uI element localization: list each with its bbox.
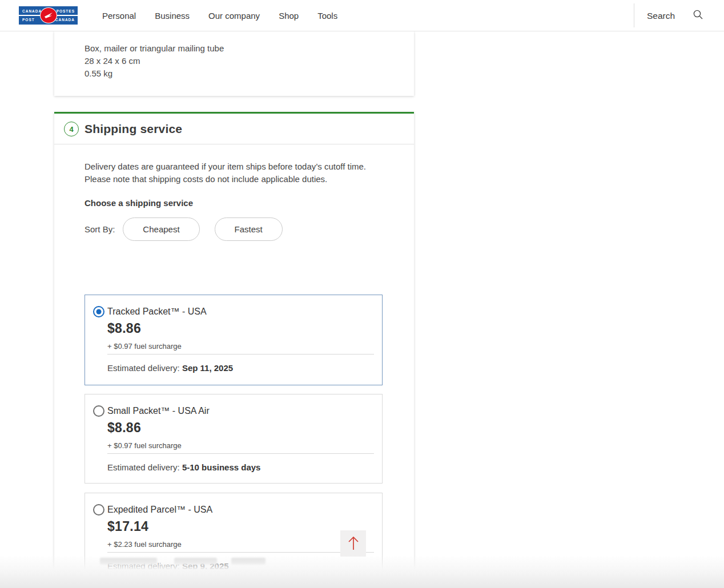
faded-element <box>231 558 266 565</box>
option-fuel-surcharge: + $0.97 fuel surcharge <box>107 342 182 351</box>
shipping-option-tracked-packet-usa[interactable]: Tracked Packet™ - USA $8.86 + $0.97 fuel… <box>85 295 383 385</box>
faded-element <box>100 558 157 565</box>
delivery-value: Sep 11, 2025 <box>182 363 233 373</box>
nav-item-our-company[interactable]: Our company <box>208 11 260 21</box>
sort-by-row: Sort By: Cheapest Fastest <box>85 218 297 241</box>
logo-text: CANADA <box>22 9 42 13</box>
sort-by-label: Sort By: <box>85 224 115 234</box>
primary-nav: Personal Business Our company Shop Tools <box>102 0 337 31</box>
logo-text: POST <box>22 18 35 22</box>
option-estimated-delivery: Estimated delivery: Sep 11, 2025 <box>107 363 233 373</box>
option-name: Expedited Parcel™ - USA <box>107 505 212 515</box>
option-price: $8.86 <box>107 321 141 336</box>
option-divider <box>107 354 374 355</box>
package-summary-card: Box, mailer or triangular mailing tube 2… <box>54 31 414 96</box>
option-price: $8.86 <box>107 420 141 436</box>
section-title: Shipping service <box>85 114 182 144</box>
option-price: $17.14 <box>107 519 148 534</box>
faded-element <box>174 558 217 565</box>
top-nav-bar: CANADA POST POSTES CANADA Personal Busin… <box>0 0 724 31</box>
radio-small-packet-usa-air[interactable] <box>93 405 104 417</box>
nav-item-personal[interactable]: Personal <box>102 11 136 21</box>
nav-item-tools[interactable]: Tools <box>317 11 337 21</box>
package-dimensions: 28 x 24 x 6 cm <box>85 55 224 67</box>
shipping-section-header: 4 Shipping service <box>54 114 414 144</box>
page: CANADA POST POSTES CANADA Personal Busin… <box>0 0 724 588</box>
nav-item-business[interactable]: Business <box>155 11 190 21</box>
option-fuel-surcharge: + $2.23 fuel surcharge <box>107 540 182 549</box>
radio-tracked-packet-usa[interactable] <box>93 306 104 317</box>
sort-cheapest-button[interactable]: Cheapest <box>123 218 199 241</box>
shipping-option-expedited-parcel-usa[interactable]: Expedited Parcel™ - USA $17.14 + $2.23 f… <box>85 493 383 588</box>
package-type: Box, mailer or triangular mailing tube <box>85 42 224 55</box>
logo-text: CANADA <box>55 18 75 22</box>
package-summary-lines: Box, mailer or triangular mailing tube 2… <box>85 42 224 80</box>
package-weight: 0.55 kg <box>85 67 224 80</box>
shipping-service-section: 4 Shipping service Delivery dates are gu… <box>54 112 414 586</box>
option-estimated-delivery: Estimated delivery: 5-10 business days <box>107 462 260 472</box>
sort-fastest-button[interactable]: Fastest <box>215 218 283 241</box>
canada-post-wing-icon <box>40 7 57 23</box>
radio-expedited-parcel-usa[interactable] <box>93 504 104 515</box>
shipping-description: Delivery dates are guaranteed if your it… <box>85 160 388 185</box>
option-divider <box>107 453 374 454</box>
delivery-label: Estimated delivery: <box>107 363 180 373</box>
option-name: Small Packet™ - USA Air <box>107 406 210 416</box>
back-to-top-button[interactable] <box>340 530 366 557</box>
step-number-badge: 4 <box>64 122 79 136</box>
delivery-label: Estimated delivery: <box>107 462 180 472</box>
search-control[interactable]: Search <box>647 0 704 31</box>
search-icon[interactable] <box>692 9 704 23</box>
option-name: Tracked Packet™ - USA <box>107 307 207 317</box>
shipping-option-small-packet-usa-air[interactable]: Small Packet™ - USA Air $8.86 + $0.97 fu… <box>85 394 383 484</box>
header-divider <box>634 3 634 27</box>
arrow-up-icon <box>347 535 360 553</box>
delivery-value: 5-10 business days <box>182 462 261 472</box>
option-divider <box>107 552 374 553</box>
choose-service-label: Choose a shipping service <box>85 198 193 208</box>
option-fuel-surcharge: + $0.97 fuel surcharge <box>107 441 182 450</box>
search-label[interactable]: Search <box>647 11 675 21</box>
nav-item-shop[interactable]: Shop <box>279 11 299 21</box>
option-liability-coverage: Liability coverage (Free up to $100). <box>107 575 244 585</box>
logo-text: POSTES <box>57 9 75 13</box>
canada-post-logo[interactable]: CANADA POST POSTES CANADA <box>19 6 78 25</box>
